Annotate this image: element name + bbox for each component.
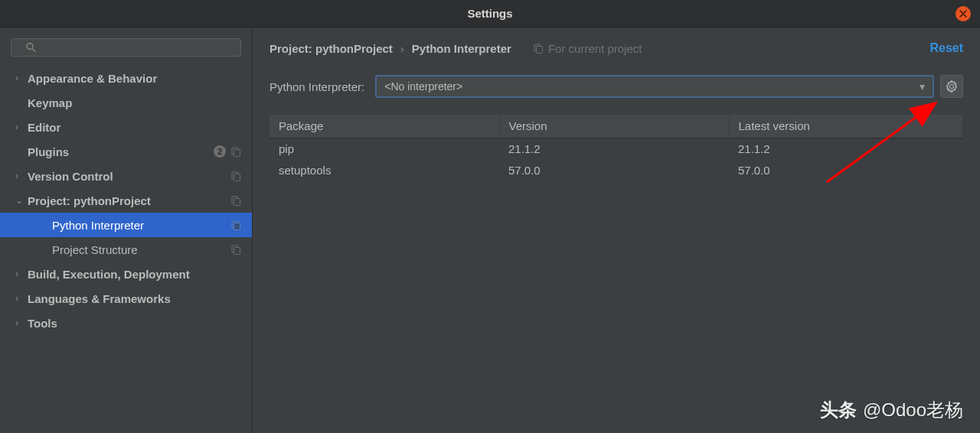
sidebar-item-project-structure[interactable]: Project Structure — [0, 237, 252, 262]
svg-line-20 — [948, 83, 949, 83]
svg-rect-13 — [536, 47, 542, 54]
interpreter-value: <No interpreter> — [384, 80, 462, 93]
sidebar-item-label: Keymap — [28, 96, 241, 109]
copy-icon — [230, 244, 241, 255]
cell-package: pip — [270, 138, 499, 159]
settings-search-input[interactable] — [11, 38, 241, 57]
svg-rect-3 — [234, 150, 240, 157]
svg-line-23 — [948, 90, 949, 90]
sidebar-item-label: Python Interpreter — [52, 219, 226, 232]
chevron-right-icon: › — [400, 42, 404, 55]
table-row[interactable]: pip21.1.221.1.2 — [270, 138, 963, 159]
sidebar: ›Appearance & BehaviorKeymap›EditorPlugi… — [0, 28, 253, 433]
settings-main-panel: Project: pythonProject › Python Interpre… — [253, 28, 980, 433]
sidebar-item-label: Plugins — [28, 145, 209, 158]
copy-icon — [533, 43, 544, 54]
packages-table: Package Version Latest version pip21.1.2… — [270, 115, 963, 181]
caret-icon: › — [15, 122, 24, 132]
scope-label: For current project — [533, 42, 642, 55]
copy-icon — [230, 195, 241, 206]
close-icon — [959, 10, 967, 18]
svg-rect-9 — [234, 223, 240, 230]
svg-rect-7 — [234, 199, 240, 206]
th-version[interactable]: Version — [499, 115, 729, 138]
plugins-badge: 2 — [214, 145, 226, 158]
sidebar-item-python-interpreter[interactable]: Python Interpreter — [0, 213, 252, 237]
sidebar-item-appearance-behavior[interactable]: ›Appearance & Behavior — [0, 66, 252, 90]
window-close-button[interactable] — [956, 6, 971, 21]
th-latest[interactable]: Latest version — [729, 115, 963, 138]
sidebar-item-version-control[interactable]: ›Version Control — [0, 164, 252, 188]
interpreter-settings-button[interactable] — [940, 75, 963, 98]
sidebar-item-label: Project Structure — [52, 243, 226, 256]
svg-rect-5 — [234, 174, 240, 181]
breadcrumb-root[interactable]: Project: pythonProject — [270, 42, 393, 55]
cell-latest: 57.0.0 — [729, 159, 963, 181]
caret-icon: › — [15, 73, 24, 83]
breadcrumb-bar: Project: pythonProject › Python Interpre… — [270, 41, 963, 55]
cell-version: 21.1.2 — [499, 138, 729, 159]
chevron-down-icon: ▾ — [920, 80, 925, 93]
caret-icon: › — [15, 293, 24, 304]
sidebar-item-editor[interactable]: ›Editor — [0, 115, 252, 139]
caret-icon: › — [15, 269, 24, 279]
watermark: 头条 @Odoo老杨 — [820, 398, 963, 422]
sidebar-item-tools[interactable]: ›Tools — [0, 311, 252, 335]
sidebar-item-label: Tools — [28, 317, 241, 330]
titlebar: Settings — [0, 0, 980, 28]
sidebar-item-label: Editor — [28, 121, 241, 134]
th-package[interactable]: Package — [270, 115, 499, 138]
sidebar-item-languages-frameworks[interactable]: ›Languages & Frameworks — [0, 286, 252, 311]
svg-rect-11 — [234, 248, 240, 255]
copy-icon — [230, 220, 241, 230]
svg-line-22 — [955, 83, 956, 83]
table-row[interactable]: setuptools57.0.057.0.0 — [270, 159, 963, 181]
caret-icon: › — [15, 171, 24, 181]
sidebar-item-plugins[interactable]: Plugins2 — [0, 139, 252, 164]
sidebar-item-label: Build, Execution, Deployment — [28, 268, 241, 281]
svg-line-21 — [955, 90, 956, 90]
sidebar-item-label: Appearance & Behavior — [28, 72, 241, 85]
cell-latest: 21.1.2 — [729, 138, 963, 159]
sidebar-item-project-pythonproject[interactable]: ⌄Project: pythonProject — [0, 188, 252, 213]
caret-icon: ⌄ — [15, 195, 24, 206]
caret-icon: › — [15, 317, 24, 328]
copy-icon — [230, 171, 241, 181]
gear-icon — [946, 80, 958, 93]
sidebar-item-keymap[interactable]: Keymap — [0, 90, 252, 115]
breadcrumb-leaf: Python Interpreter — [412, 42, 511, 55]
cell-package: setuptools — [270, 159, 499, 181]
interpreter-label: Python Interpreter: — [270, 80, 364, 93]
interpreter-dropdown[interactable]: <No interpreter> ▾ — [375, 75, 934, 98]
sidebar-item-label: Version Control — [28, 170, 226, 183]
cell-version: 57.0.0 — [499, 159, 729, 181]
sidebar-item-label: Project: pythonProject — [28, 194, 226, 207]
sidebar-item-label: Languages & Frameworks — [28, 292, 241, 305]
copy-icon — [230, 146, 241, 157]
svg-point-15 — [950, 85, 953, 88]
sidebar-item-build-execution-deployment[interactable]: ›Build, Execution, Deployment — [0, 262, 252, 286]
window-title: Settings — [467, 7, 512, 20]
reset-link[interactable]: Reset — [929, 41, 963, 55]
